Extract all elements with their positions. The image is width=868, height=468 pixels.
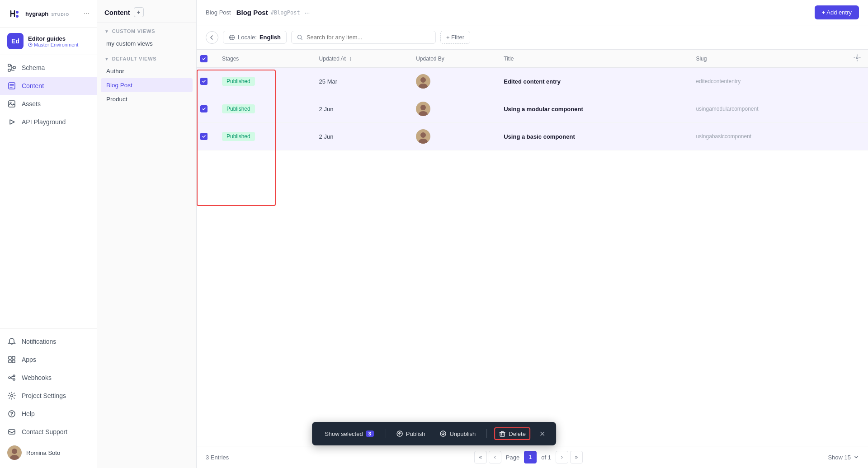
first-page-button[interactable]: «	[474, 451, 487, 463]
help-label: Help	[22, 410, 35, 417]
nav-item-schema[interactable]: Schema	[0, 59, 97, 77]
add-content-type-button[interactable]: +	[134, 7, 144, 17]
row-checkbox[interactable]	[200, 78, 208, 85]
schema-label: Schema	[22, 64, 45, 71]
stage-badge: Published	[222, 132, 255, 141]
settings-column-header[interactable]	[846, 50, 868, 68]
default-views-label: ▼ DEFAULT VIEWS	[97, 51, 196, 64]
sidebar-link-blog-post[interactable]: Blog Post	[101, 78, 193, 92]
show-selected-button[interactable]: Show selected 3	[321, 429, 377, 439]
api-playground-icon	[7, 117, 16, 126]
back-button[interactable]	[206, 31, 218, 44]
slug-cell: usingamodularcomponent	[689, 95, 846, 123]
nav-item-api-playground[interactable]: API Playground	[0, 113, 97, 131]
row-select-cell[interactable]	[197, 68, 215, 95]
row-actions-cell	[846, 123, 868, 150]
custom-views-chevron[interactable]: ▼	[104, 29, 109, 34]
api-playground-label: API Playground	[22, 118, 66, 126]
default-views-chevron[interactable]: ▼	[104, 56, 109, 61]
delete-button[interactable]: Delete	[494, 427, 530, 440]
updated-by-column-header: Updated By	[409, 50, 496, 68]
svg-rect-5	[13, 66, 15, 69]
updated-by-cell	[409, 95, 496, 123]
last-page-button[interactable]: »	[570, 451, 583, 463]
current-page-button[interactable]: 1	[524, 451, 537, 463]
action-bar-divider-1	[385, 429, 385, 438]
unpublish-label: Unpublish	[449, 431, 476, 437]
slug-cell: usingabasiccomponent	[689, 123, 846, 150]
custom-views-item[interactable]: my custom views	[97, 37, 196, 51]
pagination: « ‹ Page 1 of 1 › »	[474, 451, 583, 463]
webhooks-icon	[7, 373, 16, 382]
row-checkbox[interactable]	[200, 133, 208, 140]
select-all-checkbox[interactable]	[200, 55, 208, 62]
nav-item-contact-support[interactable]: Contact Support	[0, 423, 97, 441]
slug-column-header: Slug	[689, 50, 846, 68]
add-entry-button[interactable]: + Add entry	[815, 5, 859, 19]
prev-page-button[interactable]: ‹	[489, 451, 501, 463]
filter-button[interactable]: + Filter	[440, 31, 470, 44]
user-section[interactable]: Romina Soto	[0, 441, 97, 464]
row-checkbox[interactable]	[200, 105, 208, 112]
workspace-section[interactable]: Ed Editor guides Master Environment	[0, 28, 97, 55]
main-nav: Schema Content Assets API Playground	[0, 55, 97, 328]
nav-item-notifications[interactable]: Notifications	[0, 332, 97, 351]
row-select-cell[interactable]	[197, 123, 215, 150]
next-page-button[interactable]: ›	[556, 451, 568, 463]
hygraph-logo-icon	[7, 6, 22, 21]
nav-item-help[interactable]: Help	[0, 405, 97, 423]
stage-badge: Published	[222, 104, 255, 113]
svg-rect-3	[8, 64, 10, 66]
row-select-cell[interactable]	[197, 95, 215, 123]
slug-cell: editedcontententry	[689, 68, 846, 95]
sidebar-link-product[interactable]: Product	[97, 92, 196, 106]
locale-selector[interactable]: Locale: English	[223, 31, 287, 44]
nav-item-content[interactable]: Content	[0, 77, 97, 95]
action-bar-close-button[interactable]: ✕	[538, 428, 547, 440]
svg-point-19	[11, 415, 12, 416]
publish-label: Publish	[406, 431, 425, 437]
search-box[interactable]	[291, 31, 436, 44]
row-actions-cell	[846, 95, 868, 123]
filter-label: + Filter	[446, 34, 464, 41]
page-label: Page	[503, 454, 522, 461]
bulk-action-bar: Show selected 3 Publish Unpublish Delete…	[312, 422, 556, 445]
breadcrumb-parent[interactable]: Blog Post	[206, 9, 231, 16]
table-row[interactable]: Published 25 Mar Edited content entry ed…	[197, 68, 868, 95]
unpublish-button[interactable]: Unpublish	[436, 428, 479, 439]
column-settings-icon[interactable]	[854, 54, 861, 61]
table-row[interactable]: Published 2 Jun Using a modular componen…	[197, 95, 868, 123]
search-input[interactable]	[307, 34, 430, 41]
assets-label: Assets	[22, 100, 41, 108]
assets-icon	[7, 99, 16, 108]
sort-icon[interactable]: ↕	[349, 56, 352, 62]
custom-views-label: ▼ CUSTOM VIEWS	[97, 23, 196, 37]
nav-item-assets[interactable]: Assets	[0, 95, 97, 113]
svg-point-1	[16, 11, 19, 14]
nav-item-webhooks[interactable]: Webhooks	[0, 369, 97, 387]
svg-point-27	[856, 57, 858, 59]
project-settings-label: Project Settings	[22, 392, 66, 399]
select-all-header[interactable]	[197, 50, 215, 68]
svg-rect-12	[9, 360, 11, 363]
left-sidebar: hygraph STUDIO ··· Ed Editor guides Mast…	[0, 0, 97, 468]
svg-point-15	[13, 375, 15, 377]
help-icon	[7, 409, 16, 418]
show-selected-label: Show selected	[325, 431, 363, 437]
publish-button[interactable]: Publish	[392, 428, 429, 439]
more-options-icon[interactable]: ···	[84, 9, 90, 18]
updated-at-column-header[interactable]: Updated At ↕	[312, 50, 409, 68]
title-cell[interactable]: Using a modular component	[496, 95, 689, 123]
title-cell[interactable]: Edited content entry	[496, 68, 689, 95]
nav-item-apps[interactable]: Apps	[0, 351, 97, 369]
header-more-icon[interactable]: ···	[305, 9, 310, 16]
svg-marker-9	[10, 120, 14, 124]
svg-rect-4	[8, 69, 10, 71]
show-count-selector[interactable]: Show 15	[828, 454, 859, 461]
title-cell[interactable]: Using a basic component	[496, 123, 689, 150]
updated-at-cell: 25 Mar	[312, 68, 409, 95]
nav-item-project-settings[interactable]: Project Settings	[0, 387, 97, 405]
main-header: Blog Post Blog Post #BlogPost ··· + Add …	[197, 0, 868, 25]
table-row[interactable]: Published 2 Jun Using a basic component …	[197, 123, 868, 150]
sidebar-link-author[interactable]: Author	[97, 64, 196, 78]
